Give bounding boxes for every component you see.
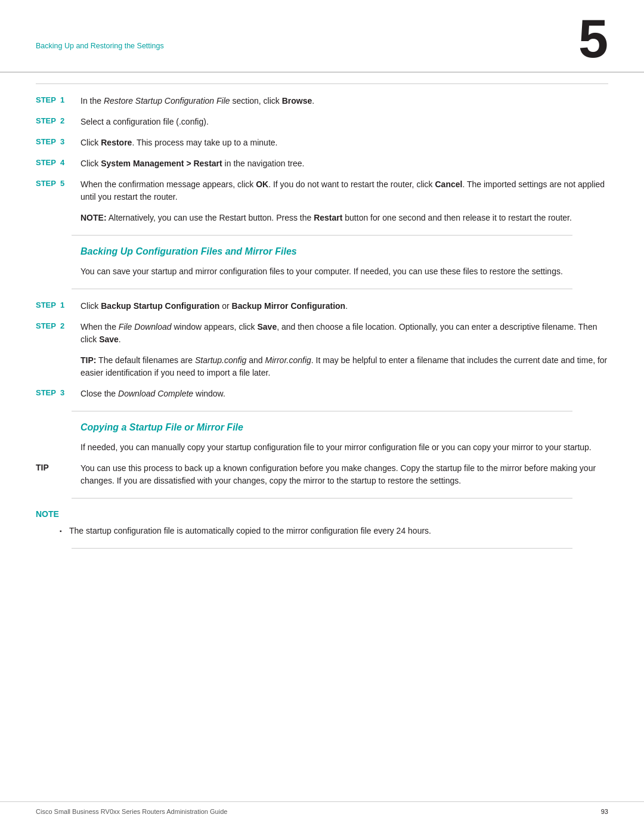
divider-5 (72, 548, 572, 549)
step-content-r5: When the confirmation message appears, c… (80, 178, 608, 203)
bold-restore: Restore (101, 138, 132, 147)
copy-tip-text: You can use this process to back up a kn… (80, 462, 608, 487)
main-content: STEP 1 In the Restore Startup Configurat… (0, 95, 644, 549)
divider-2 (72, 289, 572, 289)
step-restore-4: STEP 4 Click System Management > Restart… (36, 157, 608, 170)
copy-note-section: NOTE The startup configuration file is a… (36, 509, 608, 537)
page-container: Backing Up and Restoring the Settings 5 … (0, 0, 644, 833)
chapter-number-area: 5 (578, 18, 608, 66)
step-content-r2: Select a configuration file (.config). (80, 116, 608, 128)
divider-4 (72, 498, 572, 498)
tip-label-filenames: TIP: (80, 355, 96, 365)
copy-tip: TIP You can use this process to back up … (36, 462, 608, 487)
step-content-r4: Click System Management > Restart in the… (80, 157, 608, 170)
step-label-b2: STEP 2 (36, 321, 80, 330)
italic-file-download: File Download (119, 322, 172, 332)
step-content-b3: Close the Download Complete window. (80, 388, 608, 400)
footer-page: 93 (601, 808, 608, 815)
bold-ok: OK (256, 179, 268, 189)
step-content-r3: Click Restore. This process may take up … (80, 137, 608, 149)
italic-download-complete: Download Complete (118, 389, 193, 398)
step-backup-1: STEP 1 Click Backup Startup Configuratio… (36, 300, 608, 312)
step-content-r1: In the Restore Startup Configuration Fil… (80, 95, 608, 107)
bold-browse: Browse (282, 96, 312, 106)
step-label-b1: STEP 1 (36, 300, 80, 309)
note-text-restart: NOTE: Alternatively, you can use the Res… (80, 213, 572, 222)
bold-save2: Save (99, 335, 119, 344)
bold-save1: Save (258, 322, 277, 332)
step-content-b1: Click Backup Startup Configuration or Ba… (80, 300, 608, 312)
backup-intro: You can save your startup and mirror con… (80, 265, 608, 278)
divider-3 (72, 411, 572, 411)
backup-section: Backing Up Configuration Files and Mirro… (80, 246, 608, 278)
tip-text-filenames: TIP: The default filenames are Startup.c… (80, 355, 607, 377)
note-label-restart: NOTE: (80, 213, 107, 222)
step-restore-1: STEP 1 In the Restore Startup Configurat… (36, 95, 608, 107)
bold-sysmgmt: System Management > Restart (101, 159, 222, 168)
step-label-b3: STEP 3 (36, 388, 80, 397)
page-footer: Cisco Small Business RV0xx Series Router… (0, 801, 644, 815)
step-backup-3: STEP 3 Close the Download Complete windo… (36, 388, 608, 400)
step-restore-3: STEP 3 Click Restore. This process may t… (36, 137, 608, 149)
italic-startup-config: Startup.config (195, 355, 246, 365)
top-divider (36, 83, 608, 84)
italic-mirror-config: Mirror.config (265, 355, 311, 365)
step-label-r4: STEP 4 (36, 157, 80, 167)
copy-tip-label: TIP (36, 462, 80, 472)
note-block-restart: NOTE: Alternatively, you can use the Res… (80, 212, 608, 224)
step-restore-2: STEP 2 Select a configuration file (.con… (36, 116, 608, 128)
step-content-b2: When the File Download window appears, c… (80, 321, 608, 346)
step-backup-2: STEP 2 When the File Download window app… (36, 321, 608, 346)
bold-backup-startup: Backup Startup Configuration (101, 301, 219, 311)
copy-note-label: NOTE (36, 509, 608, 519)
divider-1 (72, 235, 572, 236)
note-bullet-list: The startup configuration file is automa… (36, 525, 608, 537)
step-restore-5: STEP 5 When the confirmation message app… (36, 178, 608, 203)
step5-note: NOTE: Alternatively, you can use the Res… (80, 212, 608, 224)
step2-tip: TIP: The default filenames are Startup.c… (80, 354, 608, 379)
page-header: Backing Up and Restoring the Settings 5 (0, 0, 644, 73)
chapter-number: 5 (578, 12, 608, 66)
italic-restore-file: Restore Startup Configuration File (104, 96, 230, 106)
footer-left: Cisco Small Business RV0xx Series Router… (36, 808, 227, 815)
backup-heading: Backing Up Configuration Files and Mirro… (80, 246, 608, 257)
note-bullet-item: The startup configuration file is automa… (60, 525, 608, 537)
step-label-r2: STEP 2 (36, 116, 80, 125)
copy-heading: Copying a Startup File or Mirror File (80, 422, 608, 433)
step-label-r3: STEP 3 (36, 137, 80, 146)
bold-restart: Restart (314, 213, 342, 222)
copy-intro: If needed, you can manually copy your st… (80, 441, 608, 454)
chapter-title: Backing Up and Restoring the Settings (36, 18, 164, 50)
bold-cancel: Cancel (435, 179, 463, 189)
step-label-r1: STEP 1 (36, 95, 80, 104)
tip-block-filenames: TIP: The default filenames are Startup.c… (80, 354, 608, 379)
copy-section: Copying a Startup File or Mirror File If… (80, 422, 608, 454)
bold-backup-mirror: Backup Mirror Configuration (232, 301, 346, 311)
step-label-r5: STEP 5 (36, 178, 80, 188)
